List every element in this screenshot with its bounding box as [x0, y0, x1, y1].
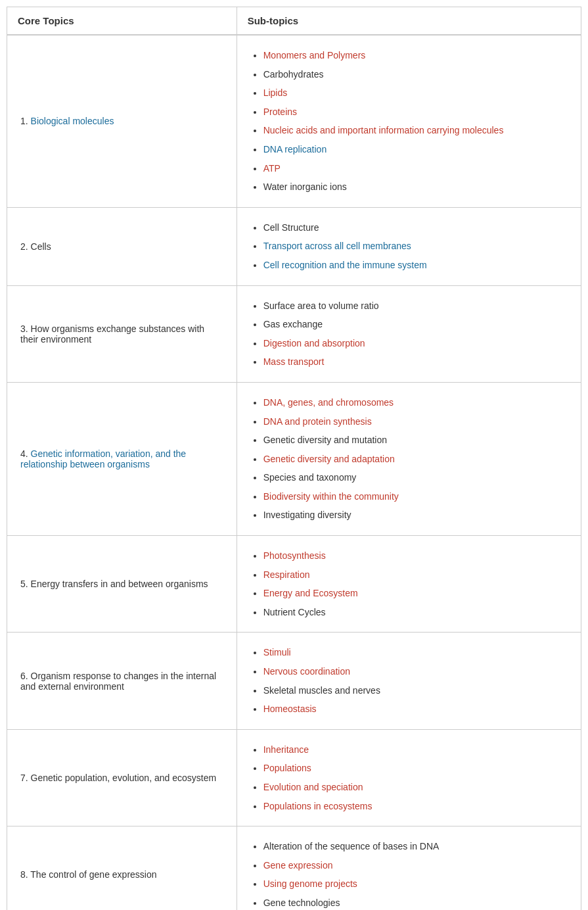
subtopic-list-2: Cell StructureTransport across all cell … [250, 218, 568, 275]
subtopic-link-4-6[interactable]: Biodiversity within the community [263, 491, 399, 502]
subtopic-link-5-1[interactable]: Photosynthesis [263, 550, 326, 561]
subtopic-list-5: PhotosynthesisRespirationEnergy and Ecos… [250, 546, 568, 621]
list-item: Investigating diversity [263, 506, 568, 525]
list-item: Populations [263, 759, 568, 778]
list-item: Alteration of the sequence of bases in D… [263, 837, 568, 856]
topic-label-1: 1. Biological molecules [20, 116, 114, 126]
subtopic-link-7-1[interactable]: Inheritance [263, 744, 309, 755]
subtopic-link-3-3[interactable]: Digestion and absorption [263, 338, 365, 348]
subtopic-cell-3: Surface area to volume ratioGas exchange… [237, 285, 581, 382]
subtopic-link-4-1[interactable]: DNA, genes, and chromosomes [263, 397, 394, 408]
topic-link-1[interactable]: Biological molecules [31, 116, 114, 126]
subtopic-link-7-2[interactable]: Populations [263, 763, 311, 773]
topic-label-2: 2. Cells [20, 241, 51, 252]
subtopic-link-1-7[interactable]: ATP [263, 163, 281, 174]
topic-link-4[interactable]: Genetic information, variation, and the … [20, 448, 186, 469]
col-header-core-topics: Core Topics [7, 7, 237, 35]
core-topic-cell-8: 8. The control of gene expression [7, 826, 237, 910]
list-item: Genetic diversity and adaptation [263, 450, 568, 469]
subtopic-cell-8: Alteration of the sequence of bases in D… [237, 826, 581, 910]
core-topic-cell-3: 3. How organisms exchange substances wit… [7, 285, 237, 382]
subtopic-link-6-1[interactable]: Stimuli [263, 647, 291, 658]
subtopic-link-2-3[interactable]: Cell recognition and the immune system [263, 260, 427, 270]
list-item: Evolution and speciation [263, 778, 568, 797]
subtopic-cell-7: InheritancePopulationsEvolution and spec… [237, 729, 581, 826]
topic-label-7: 7. Genetic population, evolution, and ec… [20, 773, 216, 783]
table-row: 4. Genetic information, variation, and t… [7, 382, 581, 535]
table-row: 8. The control of gene expressionAlterat… [7, 826, 581, 910]
list-item: Digestion and absorption [263, 334, 568, 353]
list-item: Skeletal muscles and nerves [263, 681, 568, 700]
subtopic-list-8: Alteration of the sequence of bases in D… [250, 837, 568, 910]
subtopic-cell-1: Monomers and PolymersCarbohydratesLipids… [237, 35, 581, 207]
subtopic-list-7: InheritancePopulationsEvolution and spec… [250, 740, 568, 815]
list-item: DNA, genes, and chromosomes [263, 393, 568, 412]
subtopic-link-5-3[interactable]: Energy and Ecosystem [263, 588, 358, 598]
topic-label-8: 8. The control of gene expression [20, 869, 157, 880]
core-topic-cell-5: 5. Energy transfers in and between organ… [7, 536, 237, 633]
subtopic-cell-4: DNA, genes, and chromosomesDNA and prote… [237, 382, 581, 535]
list-item: Using genome projects [263, 874, 568, 894]
list-item: Stimuli [263, 643, 568, 662]
table-row: 6. Organism response to changes in the i… [7, 633, 581, 729]
subtopic-list-3: Surface area to volume ratioGas exchange… [250, 297, 568, 371]
list-item: Lipids [263, 84, 568, 103]
list-item: Nucleic acids and important information … [263, 121, 568, 140]
subtopic-link-6-2[interactable]: Nervous coordination [263, 666, 350, 677]
list-item: Water inorganic ions [263, 178, 568, 197]
list-item: Genetic diversity and mutation [263, 431, 568, 450]
list-item: Transport across all cell membranes [263, 237, 568, 256]
list-item: Gene technologies [263, 894, 568, 910]
subtopic-link-8-3[interactable]: Using genome projects [263, 878, 357, 889]
list-item: Homeostasis [263, 700, 568, 719]
list-item: Gas exchange [263, 315, 568, 334]
core-topic-cell-1: 1. Biological molecules [7, 35, 237, 207]
subtopic-list-1: Monomers and PolymersCarbohydratesLipids… [250, 46, 568, 197]
subtopic-link-7-3[interactable]: Evolution and speciation [263, 782, 363, 792]
list-item: Energy and Ecosystem [263, 584, 568, 603]
core-topic-cell-4: 4. Genetic information, variation, and t… [7, 382, 237, 535]
topic-label-3: 3. How organisms exchange substances wit… [20, 323, 204, 345]
subtopic-cell-6: StimuliNervous coordinationSkeletal musc… [237, 633, 581, 729]
topic-label-4: 4. Genetic information, variation, and t… [20, 448, 186, 469]
subtopic-link-4-4[interactable]: Genetic diversity and adaptation [263, 454, 395, 464]
list-item: Inheritance [263, 740, 568, 759]
table-row: 5. Energy transfers in and between organ… [7, 536, 581, 633]
subtopic-cell-5: PhotosynthesisRespirationEnergy and Ecos… [237, 536, 581, 633]
table-row: 1. Biological moleculesMonomers and Poly… [7, 35, 581, 207]
list-item: ATP [263, 159, 568, 178]
subtopic-link-5-2[interactable]: Respiration [263, 569, 310, 580]
list-item: Cell recognition and the immune system [263, 256, 568, 275]
core-topic-cell-2: 2. Cells [7, 207, 237, 285]
list-item: Gene expression [263, 856, 568, 875]
list-item: Carbohydrates [263, 65, 568, 84]
list-item: DNA and protein synthesis [263, 412, 568, 431]
core-topic-cell-7: 7. Genetic population, evolution, and ec… [7, 729, 237, 826]
topic-label-6: 6. Organism response to changes in the i… [20, 671, 216, 692]
list-item: Species and taxonomy [263, 468, 568, 487]
subtopic-link-7-4[interactable]: Populations in ecosystems [263, 801, 373, 811]
subtopic-link-1-3[interactable]: Lipids [263, 87, 288, 98]
table-row: 2. CellsCell StructureTransport across a… [7, 207, 581, 285]
subtopic-link-1-5[interactable]: Nucleic acids and important information … [263, 125, 504, 135]
subtopic-cell-2: Cell StructureTransport across all cell … [237, 207, 581, 285]
list-item: Photosynthesis [263, 546, 568, 565]
list-item: Nutrient Cycles [263, 603, 568, 622]
table-row: 7. Genetic population, evolution, and ec… [7, 729, 581, 826]
list-item: Mass transport [263, 352, 568, 371]
subtopic-link-6-4[interactable]: Homeostasis [263, 704, 317, 714]
subtopic-link-1-4[interactable]: Proteins [263, 107, 297, 117]
list-item: Surface area to volume ratio [263, 297, 568, 316]
subtopic-link-8-2[interactable]: Gene expression [263, 860, 333, 871]
subtopic-link-4-2[interactable]: DNA and protein synthesis [263, 416, 372, 427]
col-header-subtopics: Sub-topics [237, 7, 581, 35]
core-topic-cell-6: 6. Organism response to changes in the i… [7, 633, 237, 729]
subtopic-link-1-1[interactable]: Monomers and Polymers [263, 50, 366, 60]
subtopic-link-2-2[interactable]: Transport across all cell membranes [263, 241, 411, 251]
subtopic-link-3-4[interactable]: Mass transport [263, 356, 325, 367]
list-item: Monomers and Polymers [263, 46, 568, 65]
subtopic-link-1-6[interactable]: DNA replication [263, 144, 327, 155]
table-row: 3. How organisms exchange substances wit… [7, 285, 581, 382]
list-item: Nervous coordination [263, 662, 568, 681]
list-item: Populations in ecosystems [263, 797, 568, 816]
